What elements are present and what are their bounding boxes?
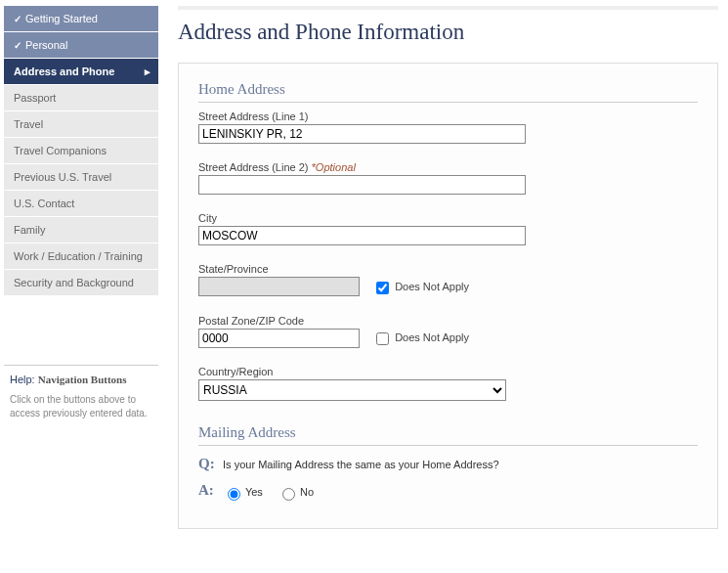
mailing-same-yes-label[interactable]: Yes bbox=[223, 486, 266, 498]
zip-dna-label: Does Not Apply bbox=[395, 332, 469, 344]
answer-radio-group: Yes No bbox=[223, 482, 325, 501]
section-mailing-address: Mailing Address bbox=[198, 424, 698, 446]
sidebar-item-label: Address and Phone bbox=[14, 66, 114, 77]
sidebar-item-label: U.S. Contact bbox=[14, 198, 74, 209]
main-content: Address and Phone Information Home Addre… bbox=[158, 6, 728, 549]
help-navigation-box: Help: Navigation Buttons Click on the bu… bbox=[4, 365, 158, 426]
sidebar-item-personal[interactable]: Personal bbox=[4, 32, 158, 59]
street1-label: Street Address (Line 1) bbox=[198, 110, 698, 122]
question-text: Is your Mailing Address the same as your… bbox=[223, 456, 498, 470]
country-label: Country/Region bbox=[198, 366, 698, 377]
state-label: State/Province bbox=[198, 263, 698, 275]
country-select[interactable]: RUSSIA bbox=[198, 379, 506, 401]
state-dna-checkbox[interactable] bbox=[376, 282, 389, 294]
sidebar-item-label: Getting Started bbox=[25, 13, 98, 24]
street2-label: Street Address (Line 2) *Optional bbox=[198, 161, 698, 173]
page-title: Address and Phone Information bbox=[178, 20, 718, 45]
street2-input[interactable] bbox=[198, 175, 526, 195]
state-input bbox=[198, 277, 360, 296]
sidebar-item-label: Previous U.S. Travel bbox=[14, 171, 111, 183]
section-home-address: Home Address bbox=[198, 81, 698, 103]
city-label: City bbox=[198, 212, 698, 224]
help-title: Help: bbox=[10, 374, 35, 385]
sidebar-item-travel-companions[interactable]: Travel Companions bbox=[4, 138, 158, 164]
sidebar-item-family[interactable]: Family bbox=[4, 217, 158, 243]
zip-label: Postal Zone/ZIP Code bbox=[198, 315, 698, 327]
state-dna-label: Does Not Apply bbox=[395, 281, 469, 292]
city-input[interactable] bbox=[198, 226, 526, 245]
sidebar-item-label: Security and Background bbox=[14, 277, 134, 288]
street2-optional: *Optional bbox=[312, 161, 356, 173]
sidebar-item-getting-started[interactable]: Getting Started bbox=[4, 6, 158, 32]
sidebar-item-previous-us-travel[interactable]: Previous U.S. Travel bbox=[4, 164, 158, 191]
top-divider bbox=[178, 6, 718, 10]
sidebar-item-label: Work / Education / Training bbox=[14, 250, 143, 262]
question-label: Q: bbox=[198, 456, 220, 472]
zip-dna-checkbox[interactable] bbox=[376, 332, 389, 345]
help-text: Click on the buttons above to access pre… bbox=[10, 393, 152, 420]
sidebar-item-label: Family bbox=[14, 224, 45, 236]
mailing-same-yes-radio[interactable] bbox=[228, 488, 240, 501]
sidebar-item-label: Personal bbox=[25, 39, 67, 51]
mailing-same-no-radio[interactable] bbox=[282, 488, 295, 501]
sidebar-item-passport[interactable]: Passport bbox=[4, 85, 158, 111]
form-panel: Home Address Street Address (Line 1) Str… bbox=[178, 63, 718, 529]
answer-label: A: bbox=[198, 482, 220, 499]
zip-input[interactable] bbox=[198, 329, 360, 348]
sidebar-item-us-contact[interactable]: U.S. Contact bbox=[4, 191, 158, 217]
sidebar-item-label: Travel bbox=[14, 118, 43, 130]
sidebar-item-label: Travel Companions bbox=[14, 145, 107, 156]
sidebar-item-travel[interactable]: Travel bbox=[4, 111, 158, 138]
sidebar-item-security-and-background[interactable]: Security and Background bbox=[4, 270, 158, 296]
sidebar: Getting Started Personal Address and Pho… bbox=[4, 6, 158, 549]
street1-input[interactable] bbox=[198, 124, 526, 144]
mailing-same-no-label[interactable]: No bbox=[278, 486, 314, 498]
help-label: Navigation Buttons bbox=[38, 374, 127, 385]
sidebar-item-label: Passport bbox=[14, 92, 56, 104]
sidebar-item-address-and-phone[interactable]: Address and Phone bbox=[4, 59, 158, 85]
sidebar-item-work-education-training[interactable]: Work / Education / Training bbox=[4, 243, 158, 270]
